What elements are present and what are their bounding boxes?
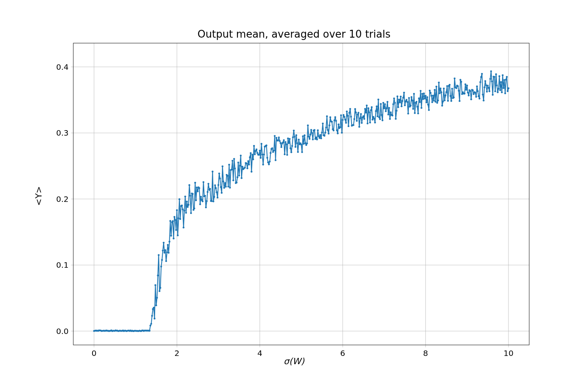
svg-point-249	[280, 146, 282, 148]
svg-point-480	[472, 89, 474, 91]
svg-point-248	[279, 142, 281, 144]
svg-point-359	[372, 119, 374, 121]
svg-point-473	[466, 85, 468, 87]
svg-point-233	[267, 162, 269, 163]
svg-point-155	[203, 181, 205, 183]
svg-point-495	[485, 80, 486, 82]
svg-point-434	[434, 89, 436, 91]
svg-point-200	[240, 154, 242, 156]
svg-point-296	[319, 134, 321, 136]
svg-point-114	[169, 241, 171, 243]
data-line	[94, 71, 508, 331]
svg-point-486	[477, 90, 479, 92]
svg-point-394	[401, 105, 403, 107]
svg-point-313	[334, 120, 336, 122]
svg-point-460	[456, 87, 457, 89]
svg-point-104	[160, 266, 162, 268]
y-axis-label: <Y>	[34, 0, 44, 392]
svg-point-303	[325, 127, 327, 129]
svg-point-276	[303, 143, 305, 145]
svg-point-220	[256, 152, 258, 154]
svg-point-349	[363, 118, 365, 120]
svg-point-227	[262, 163, 264, 165]
svg-point-115	[169, 220, 171, 222]
svg-point-385	[393, 98, 395, 100]
svg-point-409	[413, 93, 415, 95]
svg-point-521	[506, 76, 508, 78]
svg-point-413	[416, 106, 418, 108]
svg-point-412	[416, 101, 417, 103]
svg-point-209	[247, 160, 249, 162]
svg-point-145	[194, 182, 196, 184]
svg-point-379	[388, 107, 390, 109]
svg-point-365	[377, 115, 379, 117]
svg-point-258	[288, 142, 290, 144]
svg-point-508	[495, 73, 497, 75]
svg-point-146	[195, 200, 197, 201]
svg-point-510	[497, 91, 499, 93]
svg-point-172	[217, 196, 219, 198]
svg-point-440	[439, 93, 441, 94]
svg-point-191	[232, 180, 234, 181]
svg-point-386	[394, 102, 396, 104]
svg-point-370	[381, 114, 383, 116]
svg-point-406	[410, 96, 412, 98]
svg-point-157	[204, 195, 206, 197]
svg-point-287	[312, 138, 314, 140]
svg-point-369	[380, 103, 382, 105]
svg-point-186	[228, 164, 230, 166]
svg-point-351	[365, 112, 367, 114]
svg-point-330	[348, 125, 350, 127]
svg-point-187	[229, 187, 231, 189]
svg-point-432	[432, 95, 434, 97]
svg-point-126	[178, 198, 180, 200]
svg-point-332	[349, 108, 351, 110]
svg-point-110	[165, 260, 167, 262]
svg-point-350	[364, 108, 366, 110]
svg-point-148	[197, 191, 199, 192]
svg-point-522	[507, 90, 509, 92]
svg-point-127	[179, 218, 181, 220]
svg-point-367	[378, 116, 380, 118]
svg-point-454	[450, 100, 452, 102]
svg-point-167	[212, 200, 214, 202]
svg-point-223	[259, 150, 261, 152]
svg-point-458	[454, 78, 456, 80]
svg-point-328	[346, 111, 348, 113]
svg-point-467	[461, 93, 463, 95]
svg-point-246	[278, 136, 280, 138]
svg-point-109	[164, 249, 166, 251]
svg-point-501	[489, 78, 491, 80]
svg-point-346	[361, 122, 363, 124]
svg-point-269	[297, 151, 299, 153]
chart-title: Output mean, averaged over 10 trials	[0, 28, 588, 40]
svg-point-98	[155, 305, 157, 307]
svg-point-96	[154, 318, 156, 319]
svg-point-275	[302, 135, 304, 137]
svg-point-107	[163, 242, 165, 244]
svg-point-436	[436, 86, 437, 88]
svg-point-388	[396, 110, 397, 112]
svg-point-457	[453, 96, 455, 98]
svg-point-131	[183, 227, 185, 229]
svg-point-189	[230, 169, 232, 171]
svg-point-103	[160, 287, 162, 289]
svg-point-217	[254, 153, 256, 155]
svg-point-93	[151, 315, 153, 317]
svg-point-252	[283, 139, 285, 141]
svg-point-357	[370, 109, 372, 111]
x-axis-label-sigma: σ	[284, 356, 289, 366]
svg-point-205	[244, 167, 246, 169]
svg-point-192	[233, 158, 235, 160]
svg-point-470	[464, 93, 466, 94]
svg-point-171	[216, 191, 218, 193]
svg-point-393	[400, 96, 402, 98]
svg-point-429	[430, 92, 432, 94]
svg-point-207	[246, 162, 248, 164]
svg-point-423	[425, 95, 426, 97]
svg-point-260	[290, 147, 292, 149]
svg-point-324	[343, 114, 345, 116]
svg-point-253	[284, 153, 286, 155]
x-axis-label-W: W	[292, 356, 301, 366]
svg-point-305	[327, 129, 329, 131]
